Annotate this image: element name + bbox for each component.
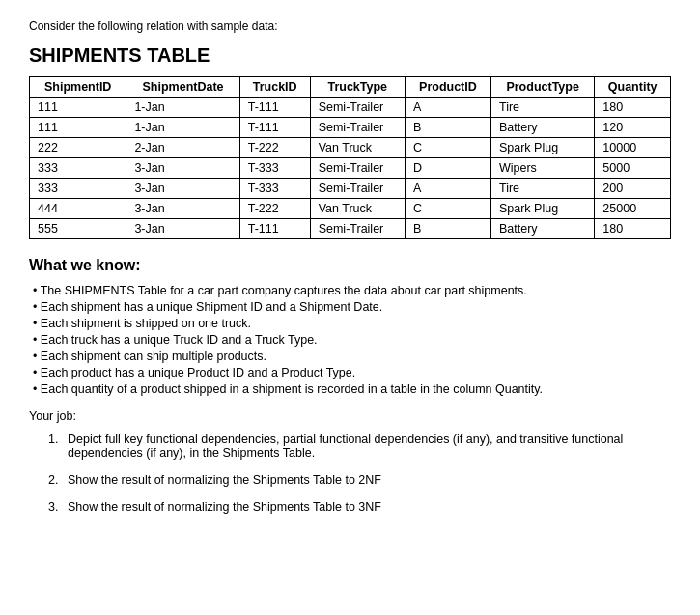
table-cell: Semi-Trailer	[310, 219, 405, 239]
table-row: 3333-JanT-333Semi-TrailerDWipers5000	[30, 158, 671, 179]
what-we-know-title: What we know:	[29, 257, 671, 274]
table-cell: T-111	[239, 118, 310, 138]
table-header: Quantity	[595, 77, 671, 98]
table-header: ProductType	[490, 77, 594, 98]
table-cell: T-333	[239, 158, 310, 179]
bullet-item: Each shipment has a unique Shipment ID a…	[33, 300, 671, 314]
task-text: Depict full key functional dependencies,…	[68, 433, 671, 460]
table-cell: 2-Jan	[126, 138, 239, 158]
table-cell: 3-Jan	[126, 158, 239, 179]
table-cell: 222	[30, 138, 126, 158]
table-cell: 333	[30, 158, 126, 179]
task-item: 1.Depict full key functional dependencie…	[29, 433, 671, 460]
table-cell: 25000	[595, 199, 671, 219]
table-header: ShipmentID	[30, 77, 126, 98]
intro-text: Consider the following relation with sam…	[29, 19, 671, 33]
bullet-item: Each truck has a unique Truck ID and a T…	[33, 333, 671, 347]
table-cell: 3-Jan	[126, 219, 239, 239]
task-number: 1.	[48, 433, 62, 460]
tasks-container: 1.Depict full key functional dependencie…	[29, 433, 671, 514]
table-cell: Semi-Trailer	[310, 118, 405, 138]
table-header: TruckType	[310, 77, 405, 98]
table-cell: 333	[30, 179, 126, 199]
table-cell: Battery	[490, 219, 594, 239]
task-number: 2.	[48, 473, 62, 487]
table-cell: 5000	[595, 158, 671, 179]
table-cell: Battery	[490, 118, 594, 138]
task-item: 2.Show the result of normalizing the Shi…	[29, 473, 671, 487]
table-cell: 111	[30, 98, 126, 118]
table-cell: T-333	[239, 179, 310, 199]
task-text: Show the result of normalizing the Shipm…	[68, 473, 381, 487]
table-row: 1111-JanT-111Semi-TrailerBBattery120	[30, 118, 671, 138]
table-row: 1111-JanT-111Semi-TrailerATire180	[30, 98, 671, 118]
table-cell: D	[405, 158, 490, 179]
table-cell: Spark Plug	[490, 138, 594, 158]
table-cell: Tire	[490, 179, 594, 199]
table-cell: 3-Jan	[126, 179, 239, 199]
table-cell: 111	[30, 118, 126, 138]
table-cell: 3-Jan	[126, 199, 239, 219]
table-cell: Semi-Trailer	[310, 158, 405, 179]
table-cell: T-222	[239, 199, 310, 219]
table-cell: Van Truck	[310, 199, 405, 219]
table-cell: 200	[595, 179, 671, 199]
task-text: Show the result of normalizing the Shipm…	[68, 500, 381, 514]
table-cell: T-222	[239, 138, 310, 158]
shipments-table: ShipmentIDShipmentDateTruckIDTruckTypePr…	[29, 76, 671, 239]
table-cell: 10000	[595, 138, 671, 158]
table-cell: 444	[30, 199, 126, 219]
bullet-item: Each product has a unique Product ID and…	[33, 366, 671, 379]
bullet-item: Each quantity of a product shipped in a …	[33, 382, 671, 396]
table-cell: Wipers	[490, 158, 594, 179]
table-cell: 1-Jan	[126, 118, 239, 138]
table-cell: T-111	[239, 219, 310, 239]
table-cell: Spark Plug	[490, 199, 594, 219]
table-cell: C	[405, 138, 490, 158]
task-item: 3.Show the result of normalizing the Shi…	[29, 500, 671, 514]
bullet-item: The SHIPMENTS Table for a car part compa…	[33, 284, 671, 297]
table-cell: B	[405, 118, 490, 138]
table-header: ShipmentDate	[126, 77, 239, 98]
table-cell: Tire	[490, 98, 594, 118]
table-cell: Semi-Trailer	[310, 98, 405, 118]
table-cell: Semi-Trailer	[310, 179, 405, 199]
table-header: ProductID	[405, 77, 490, 98]
bullet-item: Each shipment can ship multiple products…	[33, 349, 671, 363]
table-title: SHIPMENTS TABLE	[29, 44, 671, 67]
table-cell: A	[405, 179, 490, 199]
table-cell: B	[405, 219, 490, 239]
table-header: TruckID	[239, 77, 310, 98]
table-cell: 180	[595, 98, 671, 118]
your-job-label: Your job:	[29, 409, 671, 423]
bullet-list: The SHIPMENTS Table for a car part compa…	[29, 284, 671, 396]
table-cell: 1-Jan	[126, 98, 239, 118]
table-row: 4443-JanT-222Van TruckCSpark Plug25000	[30, 199, 671, 219]
table-cell: A	[405, 98, 490, 118]
table-row: 2222-JanT-222Van TruckCSpark Plug10000	[30, 138, 671, 158]
table-cell: T-111	[239, 98, 310, 118]
table-cell: 180	[595, 219, 671, 239]
bullet-item: Each shipment is shipped on one truck.	[33, 317, 671, 330]
table-row: 5553-JanT-111Semi-TrailerBBattery180	[30, 219, 671, 239]
table-cell: Van Truck	[310, 138, 405, 158]
table-cell: 555	[30, 219, 126, 239]
task-number: 3.	[48, 500, 62, 514]
table-row: 3333-JanT-333Semi-TrailerATire200	[30, 179, 671, 199]
table-cell: 120	[595, 118, 671, 138]
table-cell: C	[405, 199, 490, 219]
